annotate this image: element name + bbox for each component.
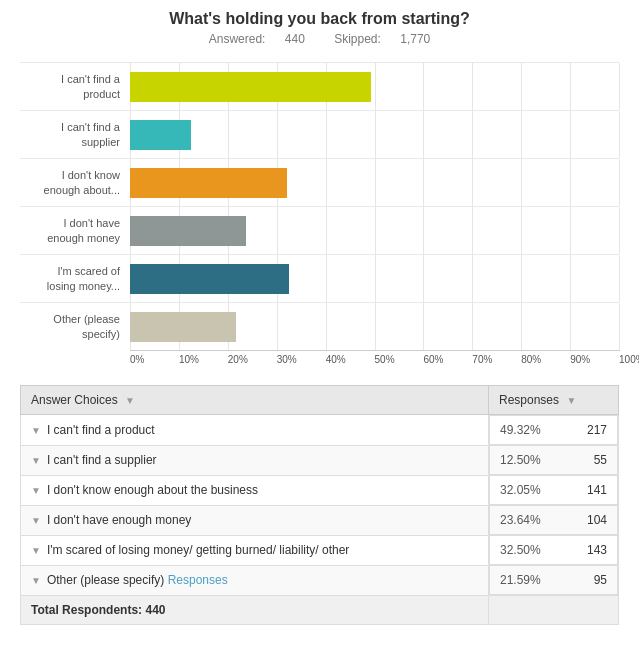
row-label-3: I don't have enough money [47, 513, 191, 527]
table-cell-responses-0: 49.32%217 [489, 415, 618, 445]
table-cell-responses-1: 12.50%55 [489, 445, 618, 475]
col-header-answer-choices: Answer Choices ▼ [21, 386, 489, 415]
chart-bar-row-3 [130, 206, 619, 254]
table-cell-label-0: ▼I can't find a product [21, 415, 489, 446]
row-pct-5: 21.59% [500, 573, 541, 587]
x-tick-3: 30% [277, 351, 326, 365]
skipped-label: Skipped: [334, 32, 381, 46]
table-row-3: ▼I don't have enough money23.64%104 [21, 505, 619, 535]
x-tick-4: 40% [326, 351, 375, 365]
x-tick-6: 60% [423, 351, 472, 365]
row-pct-1: 12.50% [500, 453, 541, 467]
chart-title: What's holding you back from starting? [20, 10, 619, 28]
chart-bar-row-5 [130, 302, 619, 350]
col-header-responses: Responses ▼ [489, 386, 619, 415]
x-tick-7: 70% [472, 351, 521, 365]
row-count-5: 95 [594, 573, 607, 587]
chart-label-text-5: Other (please specify) [53, 312, 120, 341]
row-count-3: 104 [587, 513, 607, 527]
skipped-value: 1,770 [400, 32, 430, 46]
table-row-0: ▼I can't find a product49.32%217 [21, 415, 619, 446]
x-axis: 0%10%20%30%40%50%60%70%80%90%100% [130, 350, 619, 365]
chart-label-5: Other (please specify) [20, 302, 130, 350]
x-tick-1: 10% [179, 351, 228, 365]
row-arrow-4[interactable]: ▼ [31, 545, 41, 556]
table-cell-responses-5: 21.59%95 [489, 565, 618, 595]
chart-labels: I can't find a productI can't find a sup… [20, 62, 130, 350]
chart-label-4: I'm scared of losing money... [20, 254, 130, 302]
table-cell-responses-4: 32.50%143 [489, 535, 618, 565]
x-tick-5: 50% [375, 351, 424, 365]
bar-3 [130, 216, 246, 246]
table-cell-label-3: ▼I don't have enough money [21, 505, 489, 535]
row-count-2: 141 [587, 483, 607, 497]
row-pct-4: 32.50% [500, 543, 541, 557]
row-pct-0: 49.32% [500, 423, 541, 437]
x-tick-8: 80% [521, 351, 570, 365]
row-label-5: Other (please specify) [47, 573, 164, 587]
table-row-5: ▼Other (please specify) Responses21.59%9… [21, 565, 619, 596]
answered-value: 440 [285, 32, 305, 46]
row-count-1: 55 [594, 453, 607, 467]
bar-2 [130, 168, 287, 198]
total-empty [489, 596, 619, 625]
chart-meta: Answered: 440 Skipped: 1,770 [20, 32, 619, 46]
row-arrow-3[interactable]: ▼ [31, 515, 41, 526]
chart-label-text-2: I don't know enough about... [44, 168, 120, 197]
chart-bars [130, 62, 619, 350]
chart-label-text-3: I don't have enough money [47, 216, 120, 245]
chart-label-2: I don't know enough about... [20, 158, 130, 206]
data-table: Answer Choices ▼ Responses ▼ ▼I can't fi… [20, 385, 619, 625]
x-tick-2: 20% [228, 351, 277, 365]
bar-0 [130, 72, 371, 102]
chart-label-3: I don't have enough money [20, 206, 130, 254]
chart-label-text-4: I'm scared of losing money... [47, 264, 120, 293]
row-arrow-5[interactable]: ▼ [31, 575, 41, 586]
row-pct-3: 23.64% [500, 513, 541, 527]
chart-label-text-1: I can't find a supplier [61, 120, 120, 149]
table-row-2: ▼I don't know enough about the business3… [21, 475, 619, 505]
table-cell-responses-3: 23.64%104 [489, 505, 618, 535]
sort-icon-choices[interactable]: ▼ [125, 395, 135, 406]
row-pct-2: 32.05% [500, 483, 541, 497]
row-responses-link-5[interactable]: Responses [164, 573, 227, 587]
table-row-4: ▼I'm scared of losing money/ getting bur… [21, 535, 619, 565]
row-count-4: 143 [587, 543, 607, 557]
row-label-0: I can't find a product [47, 423, 155, 437]
table-row-1: ▼I can't find a supplier12.50%55 [21, 445, 619, 475]
total-label: Total Respondents: 440 [21, 596, 489, 625]
row-arrow-0[interactable]: ▼ [31, 425, 41, 436]
table-cell-label-5: ▼Other (please specify) Responses [21, 565, 489, 596]
x-tick-0: 0% [130, 351, 179, 365]
chart-bar-row-4 [130, 254, 619, 302]
table-cell-label-2: ▼I don't know enough about the business [21, 475, 489, 505]
bar-1 [130, 120, 191, 150]
bar-4 [130, 264, 289, 294]
row-arrow-1[interactable]: ▼ [31, 455, 41, 466]
row-count-0: 217 [587, 423, 607, 437]
x-axis-container: 0%10%20%30%40%50%60%70%80%90%100% [20, 350, 619, 365]
chart-label-1: I can't find a supplier [20, 110, 130, 158]
chart-label-text-0: I can't find a product [61, 72, 120, 101]
sort-icon-responses[interactable]: ▼ [566, 395, 576, 406]
total-row: Total Respondents: 440 [21, 596, 619, 625]
table-cell-label-1: ▼I can't find a supplier [21, 445, 489, 475]
chart-wrapper: I can't find a productI can't find a sup… [20, 62, 619, 350]
total-value: 440 [145, 603, 165, 617]
row-label-1: I can't find a supplier [47, 453, 157, 467]
answered-label: Answered: [209, 32, 266, 46]
row-label-2: I don't know enough about the business [47, 483, 258, 497]
chart-bar-row-0 [130, 62, 619, 110]
row-arrow-2[interactable]: ▼ [31, 485, 41, 496]
x-tick-9: 90% [570, 351, 619, 365]
table-cell-label-4: ▼I'm scared of losing money/ getting bur… [21, 535, 489, 565]
chart-bar-row-1 [130, 110, 619, 158]
row-label-4: I'm scared of losing money/ getting burn… [47, 543, 349, 557]
chart-label-0: I can't find a product [20, 62, 130, 110]
table-cell-responses-2: 32.05%141 [489, 475, 618, 505]
chart-bar-row-2 [130, 158, 619, 206]
bar-5 [130, 312, 236, 342]
